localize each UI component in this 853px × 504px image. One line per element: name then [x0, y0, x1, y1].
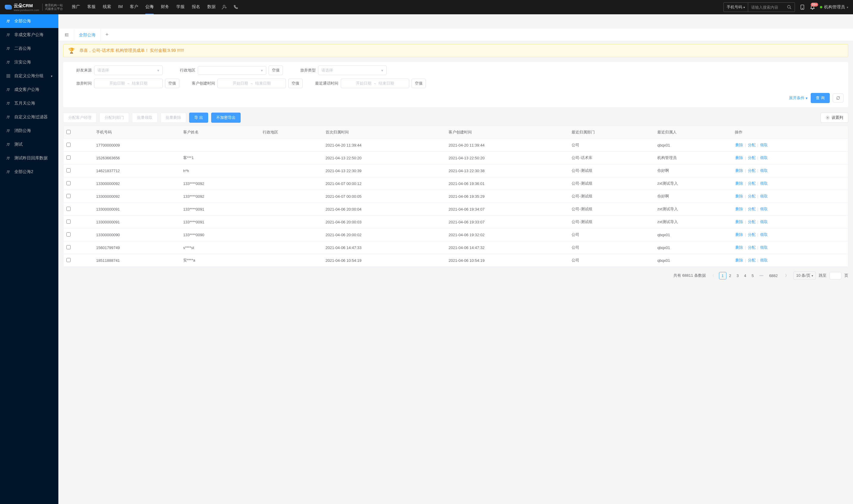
claim-link[interactable]: 领取	[760, 194, 768, 198]
add-user-icon[interactable]	[222, 4, 228, 10]
sidebar-item-8[interactable]: 消防公海	[0, 124, 58, 138]
nav-item-3[interactable]: IM	[118, 0, 123, 14]
row-checkbox[interactable]	[67, 194, 71, 198]
delete-link[interactable]: 删除	[735, 156, 744, 160]
assign-link[interactable]: 分配	[747, 207, 756, 211]
sidebar-item-5[interactable]: 成交客户公海	[0, 83, 58, 96]
nav-item-5[interactable]: 公海	[145, 0, 154, 14]
batch-delete-button[interactable]: 批量删除	[161, 113, 186, 123]
search-type-select[interactable]: 手机号码 ▾	[724, 3, 748, 12]
delete-link[interactable]: 删除	[735, 219, 744, 224]
nav-item-9[interactable]: 数据	[207, 0, 216, 14]
prev-page-icon[interactable]: 〈	[709, 272, 716, 280]
assign-link[interactable]: 分配	[747, 232, 756, 237]
assign-link[interactable]: 分配	[747, 258, 756, 263]
delete-link[interactable]: 删除	[735, 181, 744, 185]
nav-item-2[interactable]: 线索	[103, 0, 111, 14]
assign-link[interactable]: 分配	[747, 143, 756, 147]
sidebar-item-11[interactable]: 全部公海2	[0, 165, 58, 179]
create-time-range[interactable]: 开始日期~结束日期	[217, 79, 286, 88]
abandon-time-range[interactable]: 开始日期~结束日期	[94, 79, 163, 88]
claim-link[interactable]: 领取	[760, 181, 768, 185]
page-size-select[interactable]: 10 条/页 ▾	[794, 271, 816, 280]
query-button[interactable]: 查 询	[811, 93, 830, 103]
delete-link[interactable]: 删除	[735, 194, 744, 198]
search-icon[interactable]	[784, 3, 795, 11]
next-page-icon[interactable]: 〉	[783, 272, 791, 280]
assign-link[interactable]: 分配	[747, 168, 756, 173]
row-checkbox[interactable]	[67, 143, 71, 147]
delete-link[interactable]: 删除	[735, 232, 744, 237]
nav-item-8[interactable]: 报名	[192, 0, 200, 14]
tab-add-icon[interactable]: +	[101, 29, 113, 41]
claim-link[interactable]: 领取	[760, 156, 768, 160]
sidebar-item-3[interactable]: 注安公海	[0, 55, 58, 69]
assign-link[interactable]: 分配	[747, 181, 756, 185]
phone-icon[interactable]	[233, 4, 238, 10]
last-call-range[interactable]: 开始日期~结束日期	[341, 79, 409, 88]
assign-link[interactable]: 分配	[747, 245, 756, 250]
collapse-menu-icon[interactable]	[62, 30, 72, 40]
nav-item-0[interactable]: 推广	[72, 0, 80, 14]
claim-link[interactable]: 领取	[760, 245, 768, 250]
jump-input[interactable]	[830, 272, 841, 280]
page-last[interactable]: 6882	[766, 272, 780, 280]
sidebar-item-6[interactable]: 五月天公海	[0, 96, 58, 110]
page-2[interactable]: 2	[726, 272, 734, 280]
refresh-icon[interactable]	[833, 93, 843, 103]
assign-link[interactable]: 分配	[747, 156, 756, 160]
sidebar-item-2[interactable]: 二咨公海	[0, 42, 58, 55]
select-all-checkbox[interactable]	[67, 130, 71, 134]
delete-link[interactable]: 删除	[735, 168, 744, 173]
region-select[interactable]: ▾	[198, 66, 266, 75]
empty-value-button[interactable]: 空值	[288, 79, 303, 88]
delete-link[interactable]: 删除	[735, 245, 744, 250]
page-5[interactable]: 5	[749, 272, 757, 280]
claim-link[interactable]: 领取	[760, 219, 768, 224]
page-4[interactable]: 4	[741, 272, 749, 280]
batch-claim-button[interactable]: 批量领取	[132, 113, 158, 123]
claim-link[interactable]: 领取	[760, 232, 768, 237]
delete-link[interactable]: 删除	[735, 207, 744, 211]
assign-manager-button[interactable]: 分配客户经理	[63, 113, 96, 123]
logo[interactable]: 云朵CRM www.yunduocrm.com 教育机构一站 式服务云平台	[5, 3, 63, 12]
page-3[interactable]: 3	[734, 272, 741, 280]
export-plain-button[interactable]: 不加密导出	[211, 113, 241, 123]
expand-filters-button[interactable]: 展开条件 ▾	[789, 95, 808, 101]
claim-link[interactable]: 领取	[760, 258, 768, 263]
sidebar-item-1[interactable]: 非成交客户公海	[0, 28, 58, 42]
row-checkbox[interactable]	[67, 181, 71, 185]
tablet-icon[interactable]	[800, 4, 805, 10]
tab-all-public[interactable]: 全部公海	[74, 29, 101, 41]
nav-item-1[interactable]: 客服	[87, 0, 96, 14]
user-menu[interactable]: 机构管理员 ▾	[820, 4, 848, 10]
assign-link[interactable]: 分配	[747, 219, 756, 224]
row-checkbox[interactable]	[67, 258, 71, 262]
columns-settings-button[interactable]: 设置列	[820, 113, 848, 123]
sidebar-item-4[interactable]: 自定义公海分组▾	[0, 69, 58, 83]
row-checkbox[interactable]	[67, 156, 71, 160]
claim-link[interactable]: 领取	[760, 168, 768, 173]
assign-dept-button[interactable]: 分配到部门	[99, 113, 129, 123]
bell-icon[interactable]: 99+	[810, 4, 815, 10]
empty-value-button[interactable]: 空值	[269, 66, 283, 75]
search-input[interactable]	[748, 3, 784, 11]
row-checkbox[interactable]	[67, 207, 71, 211]
export-button[interactable]: 导 出	[189, 113, 208, 123]
row-checkbox[interactable]	[67, 219, 71, 224]
row-checkbox[interactable]	[67, 232, 71, 236]
sidebar-item-9[interactable]: 测试	[0, 138, 58, 151]
sidebar-item-0[interactable]: 全部公海	[0, 14, 58, 28]
claim-link[interactable]: 领取	[760, 207, 768, 211]
row-checkbox[interactable]	[67, 168, 71, 173]
nav-item-4[interactable]: 客户	[130, 0, 138, 14]
row-checkbox[interactable]	[67, 245, 71, 249]
nav-item-6[interactable]: 财务	[161, 0, 169, 14]
empty-value-button[interactable]: 空值	[165, 79, 179, 88]
nav-item-7[interactable]: 学服	[176, 0, 185, 14]
abandon-type-select[interactable]: 请选择 ▾	[318, 66, 386, 75]
page-1[interactable]: 1	[719, 272, 726, 280]
sidebar-item-10[interactable]: 测试昨日回库数据	[0, 151, 58, 165]
delete-link[interactable]: 删除	[735, 258, 744, 263]
claim-link[interactable]: 领取	[760, 143, 768, 147]
